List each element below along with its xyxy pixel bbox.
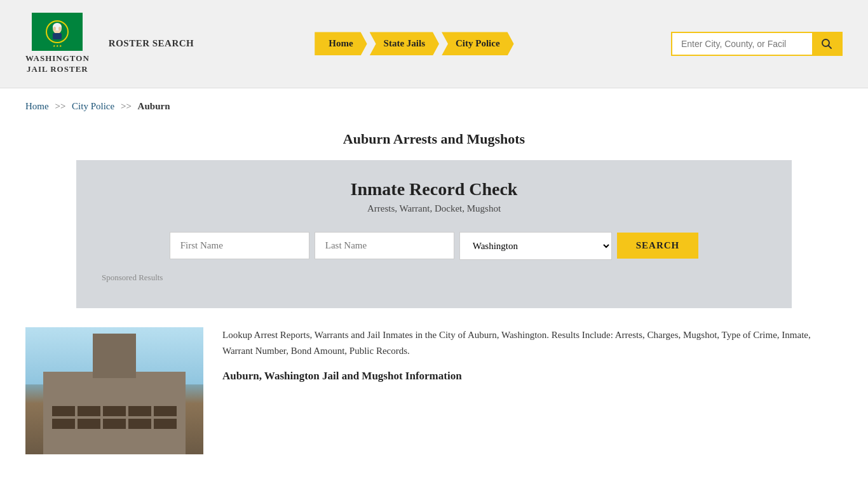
search-icon xyxy=(821,38,832,50)
breadcrumb-sep1: >> xyxy=(55,101,65,111)
header: ★ ★ ★ WASHINGTON JAIL ROSTER ROSTER SEAR… xyxy=(0,0,868,88)
breadcrumb-current: Auburn xyxy=(138,101,170,111)
svg-rect-5 xyxy=(53,33,62,39)
inmate-search-button[interactable]: SEARCH xyxy=(617,233,699,259)
description-area: Lookup Arrest Reports, Warrants and Jail… xyxy=(222,327,843,383)
last-name-input[interactable] xyxy=(315,232,454,259)
svg-point-7 xyxy=(58,27,61,30)
breadcrumb: Home >> City Police >> Auburn xyxy=(0,88,868,125)
inmate-box-subtitle: Arrests, Warrant, Docket, Mugshot xyxy=(102,203,766,214)
state-select[interactable]: AlabamaAlaskaArizonaArkansasCaliforniaCo… xyxy=(459,232,612,260)
logo-text: WASHINGTON JAIL ROSTER xyxy=(25,53,90,75)
building-image xyxy=(25,327,203,454)
nav-home[interactable]: Home xyxy=(315,32,367,55)
description-paragraph: Lookup Arrest Reports, Warrants and Jail… xyxy=(222,327,843,360)
inmate-box-heading: Inmate Record Check xyxy=(102,179,766,200)
page-title: Auburn Arrests and Mugshots xyxy=(25,131,843,147)
main-nav: Home State Jails City Police xyxy=(315,32,513,55)
inmate-form: AlabamaAlaskaArizonaArkansasCaliforniaCo… xyxy=(102,232,766,260)
svg-line-10 xyxy=(829,45,832,48)
roster-search-link[interactable]: ROSTER SEARCH xyxy=(109,38,194,49)
nav-city-police[interactable]: City Police xyxy=(442,32,514,55)
nav-state-jails[interactable]: State Jails xyxy=(370,32,439,55)
header-search-bar xyxy=(671,32,843,56)
first-name-input[interactable] xyxy=(170,232,309,259)
breadcrumb-home[interactable]: Home xyxy=(25,101,49,111)
lower-section: Lookup Arrest Reports, Warrants and Jail… xyxy=(0,308,868,473)
header-search-button[interactable] xyxy=(812,33,841,55)
breadcrumb-sep2: >> xyxy=(121,101,132,111)
logo-flag: ★ ★ ★ xyxy=(32,13,83,51)
svg-point-6 xyxy=(53,27,56,30)
breadcrumb-city-police[interactable]: City Police xyxy=(72,101,114,111)
inmate-record-box: Inmate Record Check Arrests, Warrant, Do… xyxy=(76,160,792,308)
logo-link[interactable]: ★ ★ ★ WASHINGTON JAIL ROSTER xyxy=(25,13,90,75)
svg-text:★ ★ ★: ★ ★ ★ xyxy=(53,44,63,48)
sponsored-results-label: Sponsored Results xyxy=(102,273,766,283)
description-heading: Auburn, Washington Jail and Mugshot Info… xyxy=(222,370,843,383)
header-search-input[interactable] xyxy=(672,33,812,55)
